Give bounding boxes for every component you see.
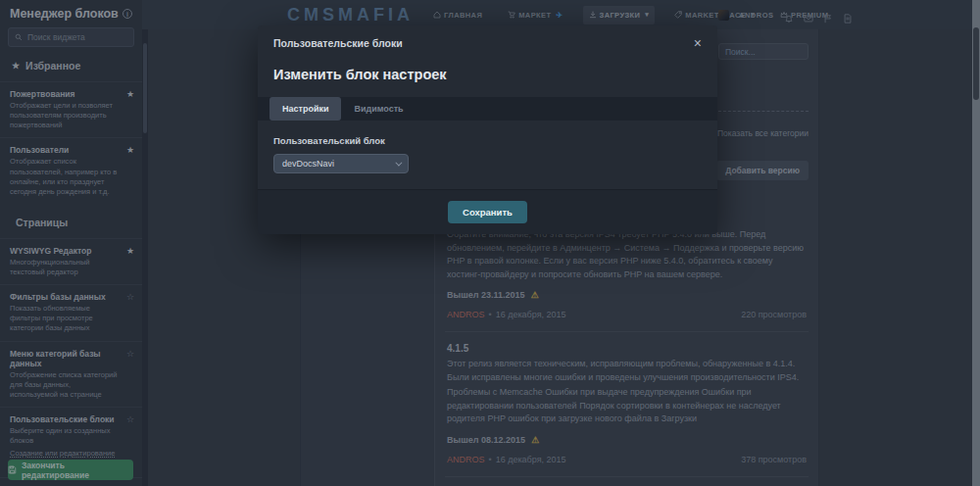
custom-blocks-modal: Пользовательские блоки Изменить блок нас…: [258, 25, 717, 234]
modal-header-title: Пользовательские блоки: [273, 37, 403, 49]
modal-footer: Сохранить: [258, 189, 717, 234]
custom-block-field-label: Пользовательский блок: [273, 135, 702, 146]
block-manager-app: CMSMAFIA ГЛАВНАЯ МАРКЕТ ЗАГРУЗКИ MARKETP…: [0, 0, 980, 486]
selected-block-value: devDocsNavi: [282, 159, 334, 169]
modal-tabs: Настройки Видимость: [258, 97, 717, 121]
tab-settings[interactable]: Настройки: [270, 97, 341, 121]
custom-block-select[interactable]: devDocsNavi: [273, 154, 409, 173]
modal-header: Пользовательские блоки: [258, 25, 717, 54]
modal-body: Пользовательский блок devDocsNavi: [258, 121, 717, 189]
modal-title: Изменить блок настроек: [258, 54, 717, 97]
tab-visibility[interactable]: Видимость: [341, 97, 416, 121]
chevron-down-icon: [395, 159, 402, 166]
save-button[interactable]: Сохранить: [448, 201, 527, 223]
close-icon[interactable]: [694, 36, 702, 50]
